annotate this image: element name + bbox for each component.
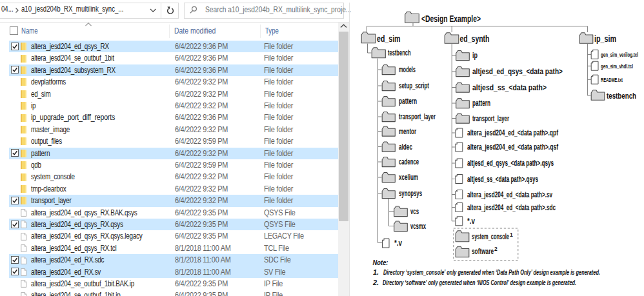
svg-text:ip: ip [472, 51, 478, 60]
svg-text:2: 2 [494, 246, 498, 252]
svg-text:system_console: system_console [472, 232, 509, 241]
svg-text:2.: 2. [372, 279, 379, 286]
svg-text:vcsmx: vcsmx [410, 222, 426, 231]
svg-text:models: models [399, 65, 416, 74]
svg-text:setup_script: setup_script [399, 81, 430, 90]
svg-text:1: 1 [510, 232, 513, 238]
svg-text:*.v: *.v [467, 217, 475, 226]
svg-text:xcelium: xcelium [399, 173, 418, 182]
svg-text:software: software [472, 247, 494, 256]
svg-text:ip_sim: ip_sim [594, 33, 616, 44]
svg-text:synopsys: synopsys [399, 189, 422, 198]
svg-text:altjesd_ss_<data path>: altjesd_ss_<data path> [472, 83, 547, 92]
svg-text:testbench: testbench [388, 48, 411, 57]
svg-text:gen_sim_verilog.tcl: gen_sim_verilog.tcl [601, 51, 638, 58]
svg-text:Directory ‘software’ only gene: Directory ‘software’ only generated when… [383, 279, 576, 286]
svg-text:altjesd_ss_<data path>.qsys: altjesd_ss_<data path>.qsys [467, 175, 538, 184]
svg-text:ed_synth: ed_synth [460, 33, 490, 44]
svg-text:<Design Example>: <Design Example> [421, 13, 481, 24]
svg-text:mentor: mentor [399, 127, 416, 136]
svg-text:altera_jesd204_ed_<data path>.: altera_jesd204_ed_<data path>.qpf [467, 128, 559, 137]
svg-text:altera_jesd204_ed_<data path>.: altera_jesd204_ed_<data path>.qsf [467, 143, 559, 152]
svg-text:transport_layer: transport_layer [399, 112, 436, 121]
svg-text:gen_sim_vhdl.tcl: gen_sim_vhdl.tcl [601, 63, 633, 70]
svg-text:pattern: pattern [399, 97, 417, 106]
svg-text:altera_jesd204_ed_<data path>.: altera_jesd204_ed_<data path>.sdc [467, 203, 556, 212]
svg-text:altjesd_ed_qsys_<data path>: altjesd_ed_qsys_<data path> [472, 67, 563, 76]
svg-text:1.: 1. [373, 268, 379, 276]
svg-text:altera_jesd204_ed_<data path>.: altera_jesd204_ed_<data path>.sv [467, 190, 552, 199]
svg-text:altjesd_ed_qsys_<data path>.qs: altjesd_ed_qsys_<data path>.qsys [467, 159, 554, 168]
svg-text:*.v: *.v [394, 239, 402, 248]
svg-text:pattern: pattern [472, 99, 490, 108]
svg-text:README.txt: README.txt [601, 76, 623, 83]
svg-text:testbench: testbench [607, 91, 636, 101]
svg-text:Note:: Note: [373, 259, 388, 266]
svg-text:transport_layer: transport_layer [472, 114, 509, 123]
svg-text:vcs: vcs [410, 207, 419, 216]
svg-text:cadence: cadence [399, 157, 419, 166]
svg-text:aldec: aldec [399, 143, 412, 152]
svg-text:Directory ‘system_console’ onl: Directory ‘system_console’ only generate… [383, 268, 600, 276]
svg-text:ed_sim: ed_sim [377, 33, 401, 44]
